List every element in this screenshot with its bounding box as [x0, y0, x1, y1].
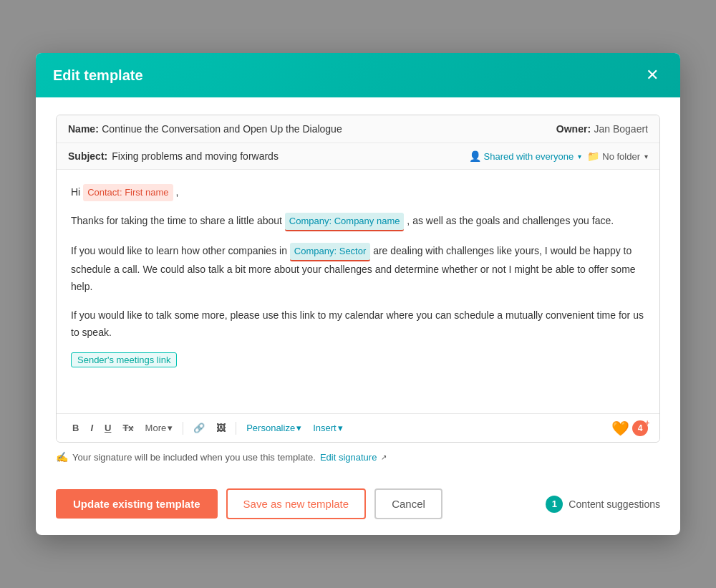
toolbar-right: 🧡 4	[611, 420, 648, 437]
personalize-label: Personalize	[246, 423, 295, 433]
company-sector-tag[interactable]: Company: Sector	[290, 243, 370, 261]
name-value: Continue the Conversation and Open Up th…	[102, 123, 342, 135]
subject-label: Subject:	[68, 150, 107, 162]
insert-dropdown[interactable]: Insert ▾	[309, 420, 347, 436]
personalize-chevron-icon: ▾	[296, 423, 301, 433]
more-label: More	[145, 423, 167, 433]
owner-label: Owner:	[556, 123, 591, 135]
external-link-icon: ↗	[381, 453, 387, 461]
signature-icon: ✍️	[56, 451, 68, 463]
personalize-dropdown[interactable]: Personalize ▾	[242, 420, 306, 436]
para1-prefix: Thanks for taking the time to share a li…	[71, 215, 282, 226]
subject-row: Subject: Fixing problems and moving forw…	[57, 143, 659, 170]
italic-button[interactable]: I	[86, 420, 97, 436]
shared-label: Shared with everyone	[484, 151, 574, 162]
image-button[interactable]: 🖼	[212, 420, 230, 436]
suggestions-count-badge: 1	[546, 496, 563, 513]
subject-value: Fixing problems and moving forwards	[112, 150, 279, 162]
edit-template-modal: Edit template ✕ Name: Continue the Conve…	[36, 53, 680, 535]
email-para3: If you would like to talk some more, ple…	[71, 307, 645, 342]
modal-footer: Update existing template Save as new tem…	[36, 477, 680, 535]
toolbar-separator-2	[236, 422, 236, 435]
signature-row: ✍️ Your signature will be included when …	[56, 443, 660, 463]
more-dropdown[interactable]: More ▾	[141, 420, 178, 436]
email-para2: If you would like to learn how other com…	[71, 243, 645, 296]
shared-badge[interactable]: 👤 Shared with everyone ▾	[469, 150, 582, 162]
greeting-text: Hi	[71, 186, 80, 198]
modal-title: Edit template	[53, 67, 143, 84]
underline-button[interactable]: U	[100, 420, 115, 436]
subject-right: 👤 Shared with everyone ▾ 📁 No folder ▾	[469, 150, 649, 162]
meetings-link-container: Sender's meetings link	[71, 352, 645, 379]
content-suggestions[interactable]: 1 Content suggestions	[546, 496, 660, 513]
modal-header: Edit template ✕	[36, 53, 680, 97]
folder-badge[interactable]: 📁 No folder ▾	[587, 150, 648, 162]
shared-chevron-icon: ▾	[578, 153, 581, 160]
more-chevron-icon: ▾	[168, 423, 173, 433]
toolbar-row: B I U Tx More ▾ 🔗 🖼 Personalize ▾	[57, 413, 659, 442]
insert-chevron-icon: ▾	[338, 423, 343, 433]
link-button[interactable]: 🔗	[189, 420, 209, 436]
subject-left: Subject: Fixing problems and moving forw…	[68, 150, 279, 162]
owner-field: Owner: Jan Bogaert	[556, 122, 648, 135]
company-name-tag[interactable]: Company: Company name	[285, 213, 405, 231]
update-template-button[interactable]: Update existing template	[56, 489, 218, 519]
toolbar-separator-1	[183, 422, 183, 435]
notification-badge[interactable]: 4	[632, 420, 648, 436]
email-greeting-line: Hi Contact: First name ,	[71, 184, 645, 201]
heart-emoji-icon: 🧡	[611, 420, 629, 437]
editor-container: Name: Continue the Conversation and Open…	[56, 115, 660, 443]
name-label: Name:	[68, 123, 99, 135]
strikethrough-button[interactable]: Tx	[118, 420, 137, 436]
bold-button[interactable]: B	[68, 420, 83, 436]
owner-value: Jan Bogaert	[594, 123, 649, 135]
edit-signature-link[interactable]: Edit signature	[320, 452, 377, 463]
para1-suffix: , as well as the goals and challenges yo…	[407, 215, 614, 226]
email-body[interactable]: Hi Contact: First name , Thanks for taki…	[57, 170, 659, 413]
folder-chevron-icon: ▾	[644, 153, 648, 160]
para2-prefix: If you would like to learn how other com…	[71, 245, 287, 256]
modal-overlay: Edit template ✕ Name: Continue the Conve…	[0, 0, 716, 588]
folder-label: No folder	[602, 151, 640, 162]
name-field: Name: Continue the Conversation and Open…	[68, 122, 342, 135]
contact-first-name-tag[interactable]: Contact: First name	[83, 184, 173, 201]
signature-text: Your signature will be included when you…	[72, 452, 316, 463]
email-para1: Thanks for taking the time to share a li…	[71, 213, 645, 231]
insert-label: Insert	[313, 423, 337, 433]
comma-text: ,	[175, 186, 178, 198]
notification-count: 4	[638, 423, 643, 433]
suggestions-label: Content suggestions	[569, 498, 660, 510]
meetings-link-tag[interactable]: Sender's meetings link	[71, 352, 177, 367]
save-new-template-button[interactable]: Save as new template	[226, 488, 367, 519]
close-button[interactable]: ✕	[642, 66, 663, 85]
name-row: Name: Continue the Conversation and Open…	[57, 115, 659, 143]
cancel-button[interactable]: Cancel	[374, 488, 442, 519]
folder-icon: 📁	[587, 150, 599, 162]
modal-body: Name: Continue the Conversation and Open…	[36, 97, 680, 477]
shared-icon: 👤	[469, 150, 481, 162]
